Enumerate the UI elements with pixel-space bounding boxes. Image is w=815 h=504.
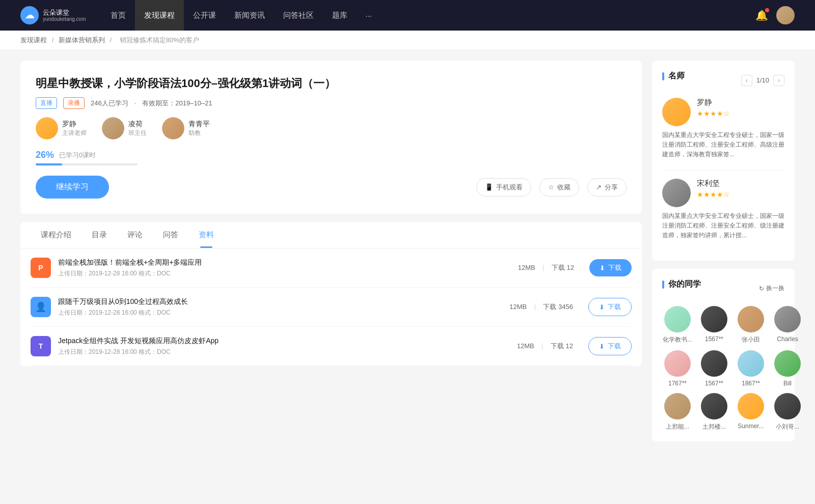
continue-button[interactable]: 继续学习 — [36, 176, 109, 199]
download-label-1: 下载 — [608, 302, 621, 312]
classmate-avatar-11 — [774, 393, 801, 419]
teacher-0-role: 主讲老师 — [62, 129, 87, 137]
nav-more[interactable]: ··· — [357, 0, 382, 31]
download-label-2: 下载 — [608, 342, 621, 351]
share-icon: ↗ — [596, 183, 602, 191]
classmate-avatar-4 — [664, 350, 691, 377]
notification-bell[interactable]: 🔔 — [755, 9, 768, 21]
breadcrumb-home[interactable]: 发现课程 — [20, 36, 47, 44]
classmate-name-10: Sunmer... — [736, 423, 766, 430]
tab-materials[interactable]: 资料 — [188, 222, 224, 248]
teacher-avatar-1 — [102, 117, 124, 139]
nav-open[interactable]: 公开课 — [184, 0, 225, 31]
classmate-avatar-6 — [738, 350, 764, 377]
teacher-2: 青青平 助教 — [162, 117, 210, 139]
phone-watch-button[interactable]: 📱 手机观看 — [476, 178, 531, 197]
sidebar-teacher-name-1: 宋利坚 — [697, 179, 784, 188]
classmate-avatar-9 — [701, 393, 727, 419]
classmate-name-1: 1567** — [699, 335, 729, 343]
nav-questions[interactable]: 题库 — [323, 0, 357, 31]
next-teacher-arrow[interactable]: › — [773, 75, 784, 86]
classmates-header: 你的同学 ↻ 换一换 — [662, 279, 784, 298]
classmate-name-0: 化学教书... — [662, 335, 693, 344]
nav-home[interactable]: 首页 — [101, 0, 135, 31]
classmate-avatar-5 — [701, 350, 727, 377]
download-button-2[interactable]: ⬇ 下载 — [588, 337, 632, 355]
download-button-0[interactable]: ⬇ 下载 — [589, 259, 632, 276]
file-format-0: 格式：DOC — [139, 270, 171, 277]
sidebar-teacher-stars-1: ★★★★☆ — [697, 190, 784, 199]
content-area: 明星中教授课，小学阶段语法100分–强化级第1讲动词（一） 直播 录播 246人… — [20, 61, 642, 450]
prev-teacher-arrow[interactable]: ‹ — [741, 75, 752, 86]
sidebar: 名师 ‹ 1/10 › 罗静 ★★★★☆ 国内某重点大学安全工程专业硕士，国 — [652, 61, 795, 450]
file-downloads-1: 下载 3456 — [543, 303, 573, 311]
sidebar-teacher-1: 宋利坚 ★★★★☆ 国内某重点大学安全工程专业硕士，国家一级注册消防工程师、注册… — [662, 179, 784, 241]
collect-button[interactable]: ☆ 收藏 — [539, 178, 579, 197]
download-icon-1: ⬇ — [599, 303, 605, 311]
valid-dot: · — [134, 99, 137, 107]
download-icon-0: ⬇ — [600, 264, 605, 272]
sidebar-teacher-avatar-1 — [662, 179, 691, 207]
file-size-1: 12MB — [509, 303, 527, 311]
classmate-avatar-2 — [738, 306, 764, 332]
file-downloads-2: 下载 12 — [551, 342, 573, 350]
classmate-avatar-3 — [774, 306, 801, 332]
sidebar-teacher-desc-0: 国内某重点大学安全工程专业硕士，国家一级注册消防工程师、注册安全工程师、高级注册… — [662, 130, 784, 160]
star-icon: ☆ — [548, 183, 554, 191]
student-count: 246人已学习 — [91, 99, 128, 108]
user-avatar[interactable] — [776, 6, 795, 24]
classmate-9: 土邦楼... — [699, 393, 729, 431]
phone-icon: 📱 — [485, 183, 493, 191]
tab-comments[interactable]: 评论 — [117, 222, 153, 248]
tab-toc[interactable]: 目录 — [82, 222, 117, 248]
classmate-0: 化学教书... — [662, 306, 693, 344]
file-item-0: P 前端全栈加强版！前端全栈+全周期+多端应用 上传日期：2019-12-28 … — [31, 248, 632, 288]
teacher-avatar-2 — [162, 117, 184, 139]
sidebar-teacher-info-0: 罗静 ★★★★☆ — [697, 98, 784, 118]
logo-name: 云朵课堂 — [43, 9, 86, 17]
file-list: P 前端全栈加强版！前端全栈+全周期+多端应用 上传日期：2019-12-28 … — [20, 248, 642, 366]
teacher-2-info: 青青平 助教 — [188, 120, 210, 137]
action-buttons: 📱 手机观看 ☆ 收藏 ↗ 分享 — [476, 178, 627, 197]
sidebar-teacher-name-0: 罗静 — [697, 98, 784, 107]
breadcrumb-series[interactable]: 新媒体营销系列 — [59, 36, 105, 44]
breadcrumb-sep1: / — [52, 36, 56, 44]
sep-1: ｜ — [532, 303, 538, 311]
share-button[interactable]: ↗ 分享 — [587, 178, 627, 197]
file-format-2: 格式：DOC — [139, 348, 171, 355]
logo[interactable]: ☁ 云朵课堂 yundouketang.com — [20, 6, 86, 24]
share-label: 分享 — [605, 183, 618, 192]
tab-qa[interactable]: 问答 — [153, 222, 188, 248]
teacher-0-name: 罗静 — [62, 120, 87, 129]
teachers-header: 名师 ‹ 1/10 › — [662, 71, 784, 90]
classmate-name-8: 上邪能... — [662, 423, 693, 431]
collect-label: 收藏 — [557, 183, 570, 192]
sep-0: ｜ — [540, 264, 547, 271]
nav-discover[interactable]: 发现课程 — [135, 0, 184, 31]
course-card: 明星中教授课，小学阶段语法100分–强化级第1讲动词（一） 直播 录播 246人… — [20, 61, 642, 214]
tab-intro[interactable]: 课程介绍 — [31, 222, 82, 248]
file-meta-0: 上传日期：2019-12-28 16:00 格式：DOC — [58, 269, 511, 278]
download-button-1[interactable]: ⬇ 下载 — [588, 298, 632, 316]
refresh-classmates-button[interactable]: ↻ 换一换 — [759, 284, 784, 293]
classmate-10: Sunmer... — [736, 393, 766, 431]
file-format-1: 格式：DOC — [139, 309, 171, 316]
classmate-7: Bill — [772, 350, 803, 387]
teacher-0-info: 罗静 主讲老师 — [62, 120, 87, 137]
progress-sub: 已学习0课时 — [59, 151, 96, 160]
classmate-avatar-10 — [738, 393, 764, 419]
progress-pct: 26% — [36, 150, 54, 160]
breadcrumb: 发现课程 / 新媒体营销系列 / 销冠修炼术搞定80%的客户 — [0, 31, 815, 50]
classmate-avatar-8 — [664, 393, 691, 419]
sidebar-teacher-0: 罗静 ★★★★☆ 国内某重点大学安全工程专业硕士，国家一级注册消防工程师、注册安… — [662, 98, 784, 160]
course-meta: 直播 录播 246人已学习 · 有效期至：2019–10–21 — [36, 97, 627, 109]
teacher-avatar-0 — [36, 117, 58, 139]
sidebar-teacher-avatar-0 — [662, 98, 691, 126]
teacher-2-role: 助教 — [188, 129, 210, 137]
classmate-name-3: Charles — [772, 335, 803, 343]
nav-news[interactable]: 新闻资讯 — [225, 0, 274, 31]
teachers-row: 罗静 主讲老师 凌荷 班主任 — [36, 117, 627, 139]
nav-qa[interactable]: 问答社区 — [274, 0, 323, 31]
file-icon-1: 👤 — [31, 297, 51, 317]
classmate-name-6: 1867** — [736, 380, 766, 387]
